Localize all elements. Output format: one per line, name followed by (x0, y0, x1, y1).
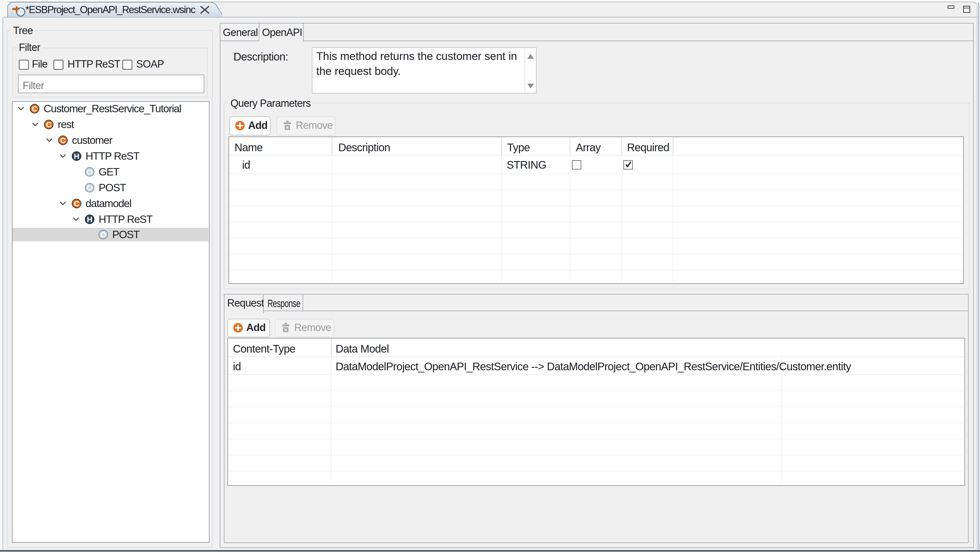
svg-text:C: C (74, 199, 79, 208)
svg-text:H: H (87, 215, 92, 224)
svg-text:C: C (46, 121, 51, 129)
svg-text:O: O (87, 168, 92, 176)
svg-text:O: O (100, 231, 106, 239)
svg-text:C: C (60, 136, 66, 145)
svg-text:O: O (87, 184, 92, 192)
svg-text:H: H (74, 152, 79, 161)
svg-text:C: C (32, 105, 37, 113)
